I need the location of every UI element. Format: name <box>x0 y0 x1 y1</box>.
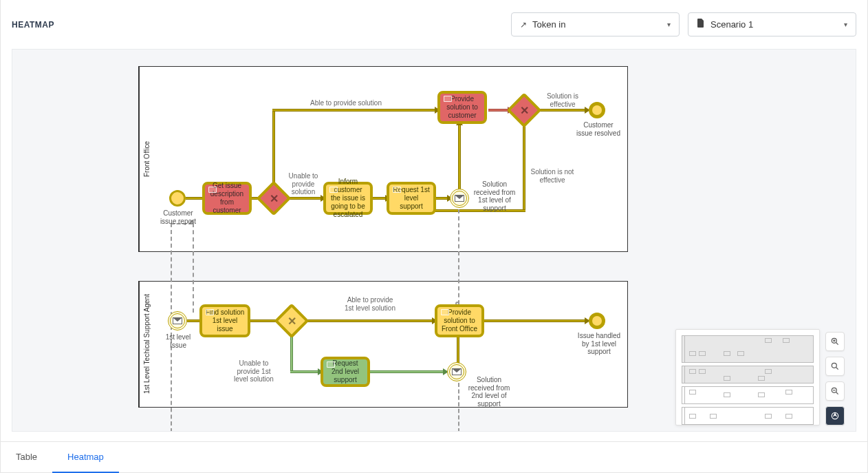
flow <box>484 319 586 322</box>
svg-line-1 <box>836 343 838 345</box>
start-event-l1-issue[interactable] <box>168 311 187 330</box>
x-icon: ✕ <box>520 104 529 117</box>
task-find-solution[interactable]: Find solution 1st level issue <box>199 304 250 337</box>
message-event-label: Solution received from 1st level of supp… <box>472 180 517 212</box>
message-event-l1-solution[interactable] <box>450 189 469 208</box>
flow <box>186 197 202 200</box>
envelope-icon <box>455 195 464 202</box>
send-task-icon <box>327 361 335 368</box>
chevron-down-icon: ▾ <box>667 21 671 28</box>
edge-label-unable-provide: Unable to provide solution <box>286 172 321 196</box>
start-event-label: 1st level Issue <box>161 333 195 349</box>
pool-label-front-office: Front Office <box>139 67 154 251</box>
zoom-reset-button[interactable] <box>825 357 845 376</box>
zoom-out-button[interactable] <box>825 381 845 401</box>
scenario-dropdown[interactable]: Scenario 1 ▾ <box>688 12 856 36</box>
task-get-issue[interactable]: Get issue description from customer <box>202 182 252 215</box>
task-label: Inform customer the issue is going to be… <box>329 178 367 219</box>
minimap[interactable] <box>675 329 820 425</box>
file-icon <box>697 19 705 30</box>
svg-point-4 <box>832 363 836 368</box>
svg-marker-10 <box>834 414 836 417</box>
message-flow <box>193 223 194 313</box>
minimap-lane <box>682 335 814 363</box>
end-event-resolved[interactable] <box>589 102 605 118</box>
message-event-label: Solution received from 2nd level of supp… <box>466 376 512 408</box>
x-icon: ✕ <box>287 315 296 328</box>
flow <box>523 123 525 211</box>
edge-label-not-effective: Solution is not effective <box>528 168 576 184</box>
flow <box>287 197 322 200</box>
diagram-canvas[interactable]: Front Office 1st Level Techical Support … <box>12 49 856 432</box>
flow <box>272 110 275 185</box>
message-flow <box>458 383 459 432</box>
edge-label-unable-l1: Unable to provide 1st level solution <box>230 359 278 383</box>
send-task-icon <box>393 187 401 193</box>
edge-label-able-l1: Able to provide 1st level solution <box>343 296 398 312</box>
header-controls: ↗ Token in ▾ Scenario 1 ▾ <box>511 12 856 36</box>
edge-label-able-provide: Able to provide solution <box>301 99 391 107</box>
x-icon: ✕ <box>270 192 279 205</box>
envelope-icon <box>452 368 462 375</box>
minimap-lane <box>682 386 814 404</box>
task-request-l2[interactable]: Request 2nd level support <box>321 357 370 387</box>
end-event-label: Issue handled by 1st level support <box>575 332 623 356</box>
user-task-icon <box>208 187 217 193</box>
flow <box>458 124 461 191</box>
send-task-icon <box>441 309 449 315</box>
minimap-container <box>675 329 845 425</box>
start-event-customer-report[interactable] <box>169 190 186 207</box>
svg-line-5 <box>836 368 838 370</box>
minimap-lane <box>682 366 814 383</box>
flow <box>538 109 586 112</box>
flow <box>373 197 387 200</box>
chevron-down-icon: ▾ <box>844 21 847 28</box>
tab-table[interactable]: Table <box>1 442 52 473</box>
flow <box>187 319 199 322</box>
flow <box>304 319 433 322</box>
message-event-l2-solution[interactable] <box>447 362 466 381</box>
token-dropdown-label: Token in <box>532 19 565 30</box>
arrow-up-right-icon: ↗ <box>520 20 527 30</box>
flow <box>272 109 436 112</box>
end-event-l1-handled[interactable] <box>589 313 605 329</box>
panel-title: HEATMAP <box>12 20 54 30</box>
svg-line-7 <box>836 392 838 395</box>
token-dropdown[interactable]: ↗ Token in ▾ <box>511 12 680 36</box>
flow <box>488 109 509 112</box>
pool-label-level1: 1st Level Techical Support Agent <box>139 282 154 407</box>
edge-label-effective: Solution is effective <box>542 92 583 108</box>
zoom-in-button[interactable] <box>825 332 845 351</box>
tab-heatmap[interactable]: Heatmap <box>52 442 119 473</box>
flow <box>290 333 293 372</box>
zoom-controls <box>825 332 845 425</box>
flow <box>457 333 459 364</box>
user-task-icon <box>206 309 214 315</box>
panel-header: HEATMAP ↗ Token in ▾ Scenario 1 ▾ <box>1 0 867 49</box>
user-task-icon <box>329 187 338 193</box>
bottom-tabs: Table Heatmap <box>1 441 867 473</box>
message-flow <box>458 209 459 304</box>
task-provide-customer[interactable]: Provide solution to customer <box>437 91 487 124</box>
minimap-lane <box>682 407 814 425</box>
fit-view-button[interactable] <box>825 406 845 425</box>
flow <box>290 370 319 373</box>
envelope-icon <box>173 317 182 324</box>
start-event-label: Customer issue report <box>158 209 198 225</box>
task-inform-customer[interactable]: Inform customer the issue is going to be… <box>323 182 373 215</box>
end-event-label: Customer issue resolved <box>575 121 622 137</box>
scenario-dropdown-label: Scenario 1 <box>710 19 753 30</box>
task-provide-front-office[interactable]: Provide solution to Front Office <box>435 304 484 337</box>
flow <box>370 370 444 373</box>
user-task-icon <box>444 96 452 102</box>
task-request-l1[interactable]: Request 1st level support <box>387 182 436 215</box>
